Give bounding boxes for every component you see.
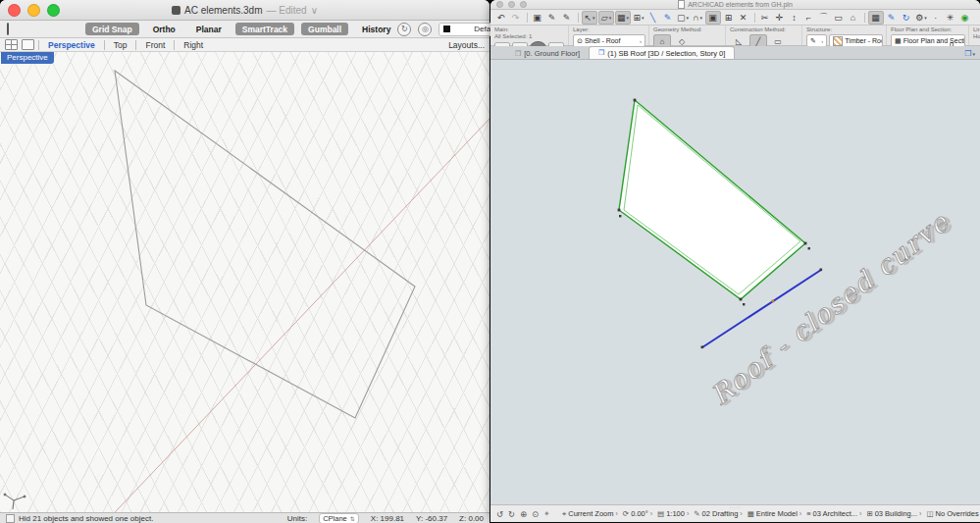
settings-gear-icon[interactable]: ⚙ ▾ — [914, 12, 928, 24]
zoom-button[interactable] — [47, 4, 60, 17]
trim-icon[interactable]: ↕ — [788, 12, 801, 24]
corner-icon[interactable]: ⌐ — [802, 12, 816, 24]
option-icon: ▦ — [748, 509, 754, 518]
pen-set[interactable]: ✎ 02 Drafting › — [692, 509, 744, 519]
separator[interactable] — [524, 12, 530, 24]
shape-tool-icon[interactable]: ▢ ▾ — [676, 12, 690, 24]
back-icon[interactable]: ↺ — [494, 508, 505, 519]
left-sidebar-toggle-icon[interactable] — [7, 23, 9, 35]
orientation[interactable]: ⟳ 0.00° › — [621, 509, 654, 519]
chevron-icon: › — [859, 510, 861, 517]
adjust-icon[interactable]: ✛ — [773, 12, 787, 24]
viewport-tab[interactable]: Front — [135, 40, 174, 50]
close-panel-icon[interactable]: ✕ — [737, 12, 750, 24]
3d-visualization-icon[interactable]: ▣ — [705, 11, 721, 25]
home-label: Home: — [973, 33, 980, 40]
timber-hatch-swatch — [833, 36, 843, 46]
fillet-icon[interactable]: ⌒ — [817, 12, 831, 24]
option-label: No Overrides — [935, 509, 978, 518]
scale[interactable]: ▤ 1:100 › — [655, 509, 691, 519]
inject-parameters-icon[interactable]: ✎ — [560, 12, 574, 24]
layouts-link[interactable]: Layouts... — [448, 40, 485, 50]
annotate-pen-icon[interactable]: ✎ — [661, 12, 675, 24]
zoom-button[interactable] — [520, 1, 527, 8]
archicad-canvas[interactable] — [490, 60, 980, 504]
viewport-tab[interactable]: Perspective — [38, 40, 104, 50]
viewport-title-badge[interactable]: Perspective — [1, 52, 54, 64]
modeling-aid-button[interactable]: History — [355, 23, 397, 35]
modeling-aid-button[interactable]: Planar — [189, 23, 229, 35]
viewport-tab[interactable]: Top — [104, 40, 136, 50]
current-zoom[interactable]: ⌖ Current Zoom › — [560, 509, 620, 519]
minimize-button[interactable] — [27, 4, 40, 17]
info-section-geometry: Geometry Method: ⌂ ◇ — [649, 26, 726, 45]
archicad-titlebar[interactable]: ARCHICAD elements from GH.pln — [490, 0, 980, 10]
teamwork-icon[interactable]: ✳ — [944, 12, 957, 24]
floorplan-icon: ▦ — [895, 37, 902, 45]
option-icon: ⊞ — [866, 509, 872, 518]
favorites-icon[interactable]: ▣ — [531, 12, 544, 24]
resize-icon[interactable]: ▭ — [832, 12, 846, 24]
rhino-document-icon — [172, 6, 181, 15]
layer-icon: ⊙ — [577, 37, 583, 45]
separator[interactable] — [575, 12, 581, 24]
rhino-canvas[interactable] — [0, 52, 490, 512]
tab-3d-roof[interactable]: ❒ (1) SB Roof [3D / Selection, Story 0] — [589, 46, 735, 59]
scissors-icon[interactable]: ✂ — [758, 12, 772, 24]
cplane-dropdown[interactable]: CPlane ⇅ — [319, 513, 359, 523]
selected-roof-element[interactable] — [619, 100, 805, 299]
tab-overflow-dropdown[interactable]: ❒ ▾ — [964, 49, 975, 58]
modeling-aid-button[interactable]: Ortho — [146, 23, 182, 35]
close-button[interactable] — [8, 4, 21, 17]
guide-lines-icon[interactable]: ╲ — [646, 12, 660, 24]
rebuild-icon[interactable]: ↻ — [900, 12, 913, 24]
title-chevron-icon[interactable]: ∨ — [311, 5, 318, 16]
select-same-icon[interactable]: ▦ ▾ — [615, 11, 631, 25]
drag-handle[interactable]: ∙∙∙∙∙ — [730, 505, 742, 510]
separator[interactable] — [861, 12, 867, 24]
target-icon[interactable]: ◎ — [418, 23, 432, 36]
check-status-icon[interactable]: ◉ — [958, 12, 972, 24]
roof-level-icon[interactable]: ⌂ — [847, 12, 860, 24]
option-icon: ⌖ — [562, 509, 566, 519]
single-viewport-icon[interactable] — [22, 39, 34, 50]
marquee-tool-icon[interactable]: ▱ ▾ — [598, 11, 614, 25]
minimize-button[interactable] — [508, 1, 515, 8]
forward-icon[interactable]: ↻ — [506, 508, 517, 519]
move-grid-icon[interactable]: ▦ — [868, 11, 884, 25]
modeling-aid-button[interactable]: Gumball — [301, 23, 348, 35]
rhino-titlebar[interactable]: AC elements.3dm — Edited ∨ — [0, 0, 490, 21]
chevron-icon: › — [819, 38, 823, 44]
archicad-3d-viewport[interactable]: Roof - closed curve — [490, 60, 980, 504]
orbit-icon[interactable]: ⊙ — [530, 508, 541, 519]
separator[interactable] — [751, 12, 757, 24]
main-label: Main: — [494, 26, 565, 33]
pickup-parameters-icon[interactable]: ✎ — [545, 12, 559, 24]
dimension-style[interactable]: ⊞ 03 Building... › — [864, 509, 923, 519]
tab-ground-floor[interactable]: ❐ [0. Ground Floor] — [506, 48, 589, 59]
zoom-icon[interactable]: ⊕ — [518, 508, 529, 519]
partial-structure[interactable]: ▦ Entire Model › — [746, 509, 804, 519]
window-title: ARCHICAD elements from GH.pln — [490, 0, 980, 9]
schedule-icon[interactable]: ⊞ — [722, 12, 736, 24]
arrow-tool-icon[interactable]: ↖ ▾ — [582, 11, 597, 25]
redo-icon[interactable]: ↷ — [509, 12, 523, 24]
find-select-icon[interactable]: ⌖ — [542, 508, 552, 519]
lock-icon[interactable]: ∩ ▾ — [691, 12, 704, 24]
split-viewport-icon[interactable] — [5, 39, 18, 50]
viewport-tab[interactable]: Right — [174, 40, 212, 50]
updown-arrows-icon: ⇅ — [350, 515, 355, 522]
history-checkbox[interactable] — [6, 514, 15, 523]
document-icon — [678, 0, 685, 9]
paint-icon[interactable]: ✎ — [885, 12, 899, 24]
layer-combination[interactable]: ≡ 03 Architect... › — [804, 509, 863, 519]
modeling-aid-button[interactable]: SmartTrack — [235, 23, 294, 35]
rotate-view-icon[interactable]: ↻ — [397, 23, 411, 36]
rhino-viewport[interactable]: Perspective — [0, 52, 490, 512]
undo-icon[interactable]: ↶ — [494, 12, 508, 24]
link-icon[interactable]: ∙ — [929, 12, 943, 24]
grid-snap-icon[interactable]: ⊞ ▾ — [632, 12, 645, 24]
graphic-overrides[interactable]: ◫ No Overrides › — [924, 509, 980, 519]
close-button[interactable] — [496, 1, 503, 8]
modeling-aid-button[interactable]: Grid Snap — [85, 23, 139, 35]
